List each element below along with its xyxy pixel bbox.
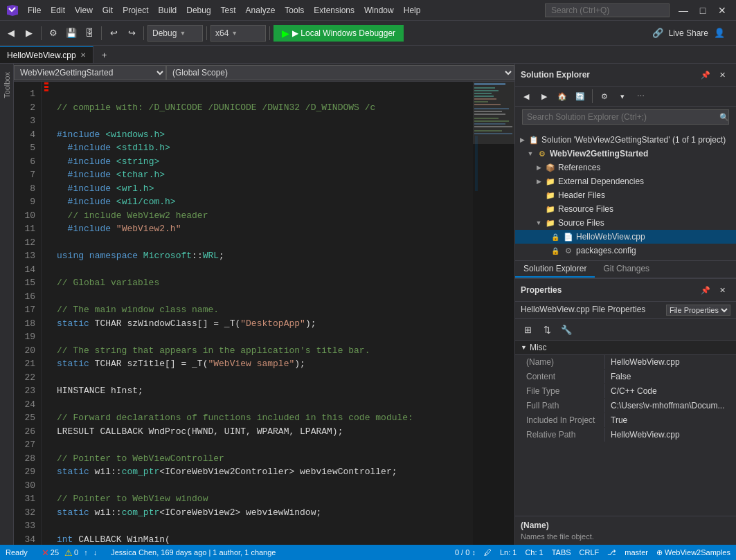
se-tabs: Solution Explorer Git Changes — [515, 260, 736, 278]
prop-value-included: True — [605, 413, 736, 427]
toolbox-label[interactable]: Toolbox — [3, 66, 11, 104]
title-search-input[interactable] — [545, 3, 670, 17]
toolbar-separator-1 — [41, 26, 42, 40]
status-col: Ch: 1 — [525, 548, 543, 557]
toolbar-separator-2 — [101, 26, 102, 40]
menu-help[interactable]: Help — [400, 4, 425, 17]
menu-analyze[interactable]: Analyze — [242, 4, 280, 17]
props-wrench-button[interactable]: 🔧 — [558, 321, 575, 338]
se-search-input[interactable] — [522, 109, 729, 125]
props-sort-button[interactable]: ⇅ — [539, 321, 555, 338]
status-right: 0 / 0 ↕ 🖊 Ln: 1 Ch: 1 TABS CRLF ⎇ master… — [455, 548, 730, 557]
new-tab-button[interactable]: + — [96, 46, 113, 63]
lock-icon-2: 🔒 — [551, 247, 559, 255]
save-all-button[interactable]: 🗄 — [81, 25, 98, 42]
menu-test[interactable]: Test — [217, 4, 240, 17]
status-branch[interactable]: master — [625, 548, 648, 557]
line-numbers: 1234567891011121314151617181920212223242… — [14, 82, 42, 545]
se-title: Solution Explorer — [521, 70, 697, 80]
tree-item-extdeps[interactable]: ▶ 📁 External Dependencies — [515, 174, 736, 188]
code-content[interactable]: // compile with: /D_UNICODE /DUNICODE /D… — [51, 82, 473, 545]
props-close-button[interactable]: ✕ — [714, 282, 730, 298]
tree-item-hellowebview[interactable]: ▶ 🔒 📄 HelloWebView.cpp — [515, 230, 736, 244]
live-share-label[interactable]: Live Share — [669, 28, 708, 38]
forward-button[interactable]: ▶ — [21, 25, 37, 42]
minimap-svg — [473, 82, 514, 525]
close-tab-icon[interactable]: ✕ — [80, 51, 86, 59]
props-dropdown[interactable]: File Properties — [666, 305, 730, 316]
tree-item-sourcefiles[interactable]: ▼ 📁 Source Files — [515, 216, 736, 230]
editor-tab-hellowebview[interactable]: HelloWebView.cpp ✕ — [0, 46, 93, 63]
se-props-button[interactable]: ⚙ — [596, 88, 613, 105]
vs-logo — [6, 3, 19, 17]
back-button[interactable]: ◀ — [3, 25, 19, 42]
save-button[interactable]: 💾 — [63, 25, 80, 42]
se-search-container: 🔍 — [515, 107, 736, 130]
properties-panel: Properties 📌 ✕ HelloWebView.cpp File Pro… — [515, 278, 736, 545]
status-up-arrow[interactable]: ↑ — [84, 548, 88, 557]
menu-debug[interactable]: Debug — [182, 4, 215, 17]
packages-icon: ⚙ — [563, 245, 574, 256]
props-title: Properties — [521, 285, 697, 295]
run-debugger-button[interactable]: ▶ ▶ Local Windows Debugger — [273, 25, 404, 42]
scroll-gutter — [42, 82, 51, 545]
prop-section-misc: ▼ Misc — [515, 341, 736, 355]
tab-git-changes[interactable]: Git Changes — [595, 261, 658, 278]
se-options-button[interactable]: ⋯ — [632, 88, 649, 105]
menu-edit[interactable]: Edit — [46, 4, 69, 17]
tree-item-project[interactable]: ▼ ⚙ WebView2GettingStarted — [515, 147, 736, 161]
status-samples[interactable]: ⊕ WebView2Samples — [656, 548, 730, 557]
tree-item-resourcefiles[interactable]: ▶ 📁 Resource Files — [515, 202, 736, 216]
se-sync-button[interactable]: 🔄 — [572, 88, 589, 105]
menu-git[interactable]: Git — [98, 4, 117, 17]
se-forward-button[interactable]: ▶ — [536, 88, 553, 105]
menu-view[interactable]: View — [71, 4, 97, 17]
toolbar: ◀ ▶ ⚙ 💾 🗄 ↩ ↪ Debug ▼ x64 ▼ ▶ ▶ Local Wi… — [0, 21, 736, 46]
error-count[interactable]: ✕ 25 — [42, 548, 59, 558]
tab-solution-explorer[interactable]: Solution Explorer — [515, 261, 595, 278]
menu-window[interactable]: Window — [360, 4, 398, 17]
live-share-button[interactable]: 🔗 — [649, 25, 666, 42]
redo-button[interactable]: ↪ — [123, 25, 140, 42]
se-close-button[interactable]: ✕ — [714, 66, 730, 83]
toolbar-separator-4 — [206, 26, 207, 40]
menu-file[interactable]: File — [24, 4, 45, 17]
prop-value-filetype: C/C++ Code — [605, 384, 736, 398]
minimap[interactable] — [473, 82, 514, 545]
status-down-arrow[interactable]: ↓ — [93, 548, 98, 557]
tree-item-solution[interactable]: ▶ 📋 Solution 'WebView2GettingStarted' (1… — [515, 133, 736, 147]
props-grid-button[interactable]: ⊞ — [519, 321, 536, 338]
menu-extensions[interactable]: Extensions — [309, 4, 359, 17]
menu-tools[interactable]: Tools — [280, 4, 308, 17]
tree-item-headerfiles[interactable]: ▶ 📁 Header Files — [515, 188, 736, 202]
error-mark-1 — [44, 82, 48, 84]
config-dropdown[interactable]: Debug ▼ — [147, 25, 203, 42]
platform-dropdown[interactable]: x64 ▼ — [210, 25, 266, 42]
minimize-button[interactable]: — — [675, 3, 692, 17]
title-bar: File Edit View Git Project Build Debug T… — [0, 0, 736, 21]
se-filter-button[interactable]: ▾ — [614, 88, 631, 105]
close-button[interactable]: ✕ — [714, 3, 730, 17]
maximize-button[interactable]: □ — [694, 3, 711, 17]
toolbox-strip: Toolbox — [0, 64, 14, 545]
file-dropdown[interactable]: WebView2GettingStarted — [14, 65, 166, 80]
props-desc: (Name) Names the file object. — [515, 516, 736, 545]
scope-dropdown[interactable]: (Global Scope) — [166, 65, 514, 80]
se-home-button[interactable]: 🏠 — [554, 88, 571, 105]
account-button[interactable]: 👤 — [711, 25, 728, 42]
tree-item-references[interactable]: ▶ 📦 References — [515, 161, 736, 174]
props-desc-text: Names the file object. — [521, 530, 730, 541]
prop-name-relpath: Relative Path — [515, 428, 605, 442]
headerfiles-icon: 📁 — [545, 190, 556, 201]
props-desc-name: (Name) — [521, 521, 730, 530]
se-back-button[interactable]: ◀ — [518, 88, 535, 105]
tree-item-packages[interactable]: ▶ 🔒 ⚙ packages.config — [515, 244, 736, 258]
se-pin-button[interactable]: 📌 — [697, 66, 714, 83]
warning-count[interactable]: ⚠ 0 — [64, 548, 78, 558]
undo-button[interactable]: ↩ — [105, 25, 122, 42]
menu-project[interactable]: Project — [118, 4, 152, 17]
menu-build[interactable]: Build — [154, 4, 181, 17]
lock-icon: 🔒 — [551, 233, 559, 241]
solution-configs-button[interactable]: ⚙ — [45, 25, 62, 42]
props-pin-button[interactable]: 📌 — [697, 282, 714, 298]
